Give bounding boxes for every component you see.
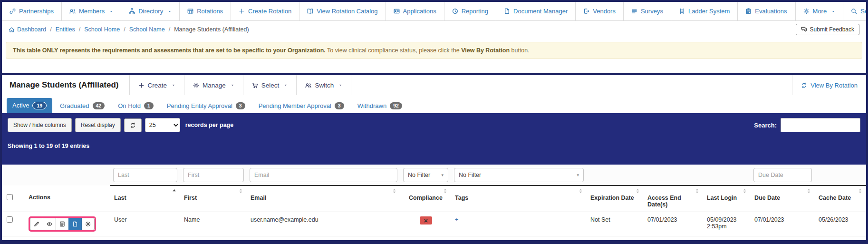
filter-input-due-date[interactable] (753, 168, 812, 182)
nav-item-vendors[interactable]: Vendors (576, 2, 624, 20)
refresh-icon (801, 82, 807, 88)
header-cell-email[interactable]: Email (247, 185, 400, 212)
filter-select-compliance[interactable]: No Filter▾ (403, 168, 448, 182)
home-icon (9, 27, 15, 33)
nav-item-label: Rotations (197, 8, 223, 15)
search-label: Search: (754, 122, 777, 129)
filter-cell-empty (644, 165, 703, 185)
tag-link[interactable]: + (455, 216, 458, 223)
reset-display-button[interactable]: Reset display (75, 118, 121, 132)
sort-icon[interactable] (238, 188, 243, 194)
action-pencil-button[interactable] (30, 242, 43, 244)
header-menu-manage[interactable]: Manage (184, 75, 243, 95)
tab-on-hold[interactable]: On Hold1 (112, 98, 159, 113)
sort-ascending-icon[interactable] (172, 188, 177, 194)
tab-pending-member-approval[interactable]: Pending Member Approval3 (253, 98, 350, 113)
nav-item-applications[interactable]: Applications (386, 2, 444, 20)
compliance-cell (400, 212, 451, 236)
show-hide-columns-button[interactable]: Show / hide columns (8, 118, 72, 132)
header-menu-switch[interactable]: Switch (296, 75, 351, 95)
action-eye-button[interactable] (43, 242, 56, 244)
sort-icon[interactable] (392, 188, 397, 194)
nav-item-document-manager[interactable]: Document Manager (496, 2, 576, 20)
nav-item-reporting[interactable]: Reporting (444, 2, 496, 20)
row-checkbox[interactable] (7, 216, 13, 223)
nav-item-partnerships[interactable]: Partnerships (2, 2, 62, 20)
action-eye-button[interactable] (43, 218, 56, 230)
filter-input-first[interactable] (183, 168, 244, 182)
sort-icon[interactable] (578, 188, 583, 194)
submit-feedback-button[interactable]: Submit Feedback (796, 24, 859, 35)
sort-icon[interactable] (443, 188, 448, 194)
action-doc-button[interactable] (68, 218, 82, 230)
nav-item-evaluations[interactable]: Evaluations (738, 2, 795, 20)
header-cell-access-end-date-s-[interactable]: Access End Date(s) (644, 185, 703, 212)
column-label: Cache Date (819, 195, 851, 201)
info-banner: This table ONLY represents the requireme… (6, 42, 862, 59)
filter-input-email[interactable] (250, 168, 397, 182)
comments-icon (801, 26, 807, 32)
action-pencil-button[interactable] (30, 218, 43, 230)
header-menu-select[interactable]: Select (243, 75, 297, 95)
nav-item-label: Members (79, 8, 105, 15)
breadcrumb-separator: / (169, 26, 170, 33)
header-cell-compliance[interactable]: Compliance (400, 185, 451, 212)
expiration-date-cell: Not Set (587, 212, 644, 236)
sort-icon[interactable] (635, 188, 640, 194)
tab-count-badge: 42 (93, 102, 105, 109)
action-cardlist-button[interactable] (56, 242, 69, 244)
sort-icon[interactable] (858, 188, 863, 194)
select-all-checkbox[interactable] (7, 194, 13, 200)
tab-withdrawn[interactable]: Withdrawn92 (352, 98, 408, 113)
tab-active[interactable]: Active19 (7, 98, 52, 114)
nav-item-surveys[interactable]: Surveys (624, 2, 671, 20)
filter-input-last[interactable] (113, 168, 177, 182)
caret-icon (168, 10, 172, 13)
header-cell-first[interactable]: First (180, 185, 247, 212)
breadcrumb-link-dashboard[interactable]: Dashboard (9, 26, 46, 33)
page-size-select[interactable]: 25 (145, 118, 180, 132)
view-by-rotation-button[interactable]: View By Rotation (792, 75, 866, 95)
breadcrumb-link-school-name[interactable]: School Name (129, 26, 165, 33)
column-header-row: ActionsLastFirstEmailComplianceTagsExpir… (2, 185, 866, 212)
header-cell-last[interactable]: Last (110, 185, 180, 212)
nav-item-members[interactable]: Members (62, 2, 121, 20)
column-label: Email (251, 195, 266, 201)
nav-item-ladder-system[interactable]: Ladder System (671, 2, 738, 20)
caret-icon (109, 10, 113, 13)
tab-pending-entity-approval[interactable]: Pending Entity Approval3 (161, 98, 251, 113)
breadcrumb-separator: / (50, 26, 51, 33)
header-cell-cache-date[interactable]: Cache Date (815, 185, 866, 212)
panel-header: Manage Students (Affiliated) CreateManag… (2, 75, 866, 95)
header-cell-expiration-date[interactable]: Expiration Date (587, 185, 644, 212)
tag-link[interactable]: Re-admits (455, 241, 482, 244)
sort-icon[interactable] (694, 188, 700, 194)
sort-icon[interactable] (806, 188, 811, 194)
nav-item-view-rotation-catalog[interactable]: View Rotation Catalog (299, 2, 386, 20)
search-input[interactable] (781, 118, 860, 132)
refresh-button[interactable] (124, 118, 142, 132)
action-cardlist-button[interactable] (56, 218, 69, 230)
header-cell-tags[interactable]: Tags (451, 185, 587, 212)
tab-label: Graduated (60, 102, 89, 109)
filter-select-tags[interactable]: No Filter▾ (454, 168, 584, 182)
header-cell-last-login[interactable]: Last Login (703, 185, 751, 212)
nav-item-directory[interactable]: Directory (121, 2, 180, 20)
nav-item-search[interactable]: Search (843, 2, 868, 20)
nav-item-more[interactable]: More (796, 2, 844, 20)
nav-item-create-rotation[interactable]: Create Rotation (231, 2, 299, 20)
ladder-icon (679, 8, 685, 14)
breadcrumb-link-school-home[interactable]: School Home (84, 26, 120, 33)
action-gear-button[interactable] (81, 242, 95, 244)
row-checkbox[interactable] (7, 241, 13, 244)
filter-cell-empty (815, 165, 866, 185)
action-gear-button[interactable] (81, 218, 95, 230)
banner-text-suffix: button. (510, 47, 530, 54)
action-doc-button[interactable] (68, 242, 82, 244)
header-cell-due-date[interactable]: Due Date (751, 185, 815, 212)
sort-icon[interactable] (742, 188, 747, 194)
nav-item-rotations[interactable]: Rotations (180, 2, 231, 20)
tab-graduated[interactable]: Graduated42 (54, 98, 110, 113)
header-menu-create[interactable]: Create (129, 75, 184, 95)
breadcrumb-link-entities[interactable]: Entities (56, 26, 75, 33)
